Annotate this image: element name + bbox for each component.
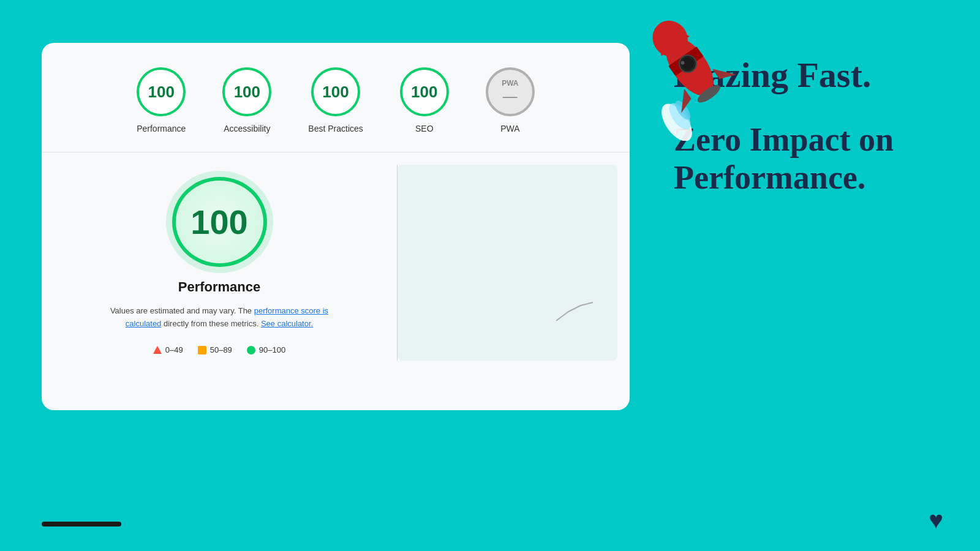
- best-practices-circle: 100: [311, 67, 360, 116]
- green-dot-icon: [247, 346, 255, 354]
- score-item-accessibility: 100 Accessibility: [222, 67, 271, 133]
- large-performance-value: 100: [190, 202, 247, 242]
- chart-line-icon: [556, 299, 593, 324]
- performance-detail: 100 Performance Values are estimated and…: [42, 152, 397, 373]
- description-pre: Values are estimated and may vary. The: [110, 306, 254, 315]
- best-practices-value: 100: [322, 83, 349, 102]
- performance-circle: 100: [137, 67, 186, 116]
- legend-orange-range: 50–89: [210, 345, 232, 354]
- scores-row: 100 Performance 100 Accessibility 100 Be…: [42, 43, 630, 152]
- performance-label: Performance: [137, 124, 186, 133]
- description-mid: directly from these metrics.: [164, 319, 261, 328]
- legend-green-range: 90–100: [259, 345, 285, 354]
- seo-circle: 100: [400, 67, 449, 116]
- rocket-svg: [625, 0, 747, 141]
- accessibility-label: Accessibility: [224, 124, 270, 133]
- seo-label: SEO: [415, 124, 434, 133]
- legend-red-range: 0–49: [165, 345, 183, 354]
- large-performance-circle: 100: [172, 177, 267, 267]
- rocket-illustration: [625, 0, 747, 141]
- best-practices-label: Best Practices: [308, 124, 363, 133]
- legend-orange: 50–89: [198, 345, 232, 354]
- pwa-label: PWA: [500, 124, 519, 133]
- score-item-pwa: PWA — PWA: [486, 67, 535, 133]
- orange-square-icon: [198, 346, 206, 354]
- bottom-progress-bar: [42, 522, 121, 527]
- seo-value: 100: [411, 83, 437, 102]
- lighthouse-card: 100 Performance 100 Accessibility 100 Be…: [42, 43, 630, 410]
- performance-description: Values are estimated and may vary. The p…: [103, 305, 336, 331]
- pwa-circle: PWA —: [486, 67, 535, 116]
- legend-row: 0–49 50–89 90–100: [153, 345, 285, 354]
- heart-icon: ♥: [929, 506, 943, 534]
- accessibility-circle: 100: [222, 67, 271, 116]
- see-calculator-link[interactable]: See calculator.: [261, 319, 313, 328]
- bottom-content: 100 Performance Values are estimated and…: [42, 152, 630, 373]
- performance-detail-title: Performance: [178, 279, 261, 295]
- score-item-performance: 100 Performance: [137, 67, 186, 133]
- legend-red: 0–49: [153, 345, 183, 354]
- score-item-seo: 100 SEO: [400, 67, 449, 133]
- performance-value: 100: [148, 83, 175, 102]
- red-triangle-icon: [153, 346, 162, 354]
- legend-green: 90–100: [247, 345, 285, 354]
- accessibility-value: 100: [234, 83, 260, 102]
- score-item-best-practices: 100 Best Practices: [308, 67, 363, 133]
- pwa-dash-icon: —: [502, 88, 518, 105]
- pwa-abbr: PWA: [502, 79, 518, 88]
- chart-area: [398, 165, 617, 361]
